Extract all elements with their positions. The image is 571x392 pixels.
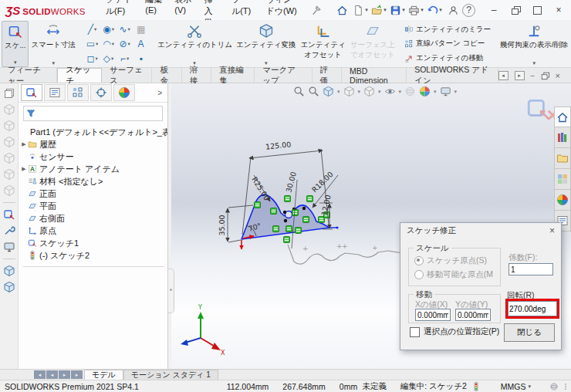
y-value-input[interactable] (455, 309, 491, 321)
close-button[interactable]: × (548, 2, 569, 19)
print-icon[interactable]: ▾ (407, 2, 425, 18)
text-tool[interactable]: A (133, 39, 149, 49)
tree-filter-box[interactable] (23, 106, 163, 121)
tab-evaluate[interactable]: 評価 (313, 68, 342, 83)
last-tab-button[interactable]: ▸ (71, 370, 83, 379)
orientation-cube-icon[interactable] (3, 120, 15, 132)
home-icon[interactable] (333, 2, 351, 18)
copy-body-icon[interactable] (3, 265, 15, 277)
doc-prev-button[interactable]: ◂ (498, 71, 508, 80)
next-tab-button[interactable]: ▸ (59, 370, 70, 379)
convert-entities-button[interactable]: エンティティ変換 ▾ (234, 21, 298, 67)
mesh-tool[interactable]: ▦ (133, 25, 149, 34)
smart-dimension-button[interactable]: スマート寸法 ▾ (29, 21, 78, 67)
panel-splitter-handle[interactable] (168, 269, 174, 313)
model-tab[interactable]: モデル (84, 370, 123, 380)
pin-menu-icon[interactable] (306, 2, 325, 18)
ellipse-tool[interactable]: ⊘▾ (117, 39, 133, 49)
x-value-input[interactable] (415, 309, 451, 321)
polygon-tool[interactable]: ◇▾ (100, 54, 117, 63)
motion-study-tab[interactable]: モーション スタディ 1 (123, 370, 218, 380)
tab-direct-editing[interactable]: 直接編集 (211, 68, 255, 83)
appearances-tab[interactable] (554, 190, 571, 211)
tab-sketch[interactable]: スケッチ (57, 68, 102, 83)
tab-markup[interactable]: マークアップ (255, 68, 312, 83)
radio-sketch-origin[interactable]: スケッチ原点(S) (414, 255, 487, 266)
linear-pattern-button[interactable]: 直線パターン コピー (404, 38, 491, 49)
position-selected-point-checkbox[interactable]: 選択点の位置指定(P) (410, 326, 499, 337)
feature-manager-tab[interactable] (21, 84, 42, 101)
restore-button[interactable] (505, 2, 526, 19)
new-document-icon[interactable]: ▾ (351, 2, 370, 18)
property-manager-tab[interactable] (44, 84, 66, 101)
line-tool[interactable]: ╱▾ (84, 25, 100, 34)
save-icon[interactable]: ▾ (388, 2, 407, 18)
select-tool-icon[interactable] (3, 208, 15, 221)
doc-next-button[interactable]: ▸ (515, 71, 525, 80)
configuration-manager-tab[interactable] (67, 84, 89, 101)
rotate-input[interactable] (508, 301, 557, 316)
orientation-cube-icon[interactable] (3, 184, 15, 197)
rectangle-tool[interactable]: ▭▾ (84, 39, 100, 49)
dialog-close-button[interactable]: 閉じる (504, 323, 555, 342)
mirror-entities-button[interactable]: エンティティのミラー (404, 24, 491, 35)
doc-close-button[interactable]: × (556, 71, 560, 80)
tree-item-sensors[interactable]: センサー (20, 150, 167, 163)
tab-features[interactable]: フィーチャー (0, 68, 57, 83)
minimize-button[interactable]: – (483, 2, 505, 19)
tab-sheet-metal[interactable]: 板金 (152, 68, 181, 83)
orientation-cube-icon[interactable] (3, 152, 15, 164)
tree-item-history[interactable]: ▶ 履歴 (20, 138, 167, 150)
sketch-button[interactable]: スケ... ▾ (2, 21, 29, 67)
fillet-tool[interactable]: ⌐▾ (117, 54, 133, 63)
display-delete-relations-button[interactable]: 幾何拘束の表示/削除 ▾ (498, 21, 570, 67)
status-tag-icon[interactable] (549, 382, 559, 391)
slot-tool[interactable]: ◻▾ (84, 54, 100, 63)
tree-item-annotations[interactable]: ▶ アノテート アイテム (20, 163, 167, 175)
tree-item-right-plane[interactable]: 右側面 (20, 212, 167, 225)
tab-mbd-dimension[interactable]: MBD Dimension (342, 68, 407, 83)
radio-movable-origin[interactable]: 移動可能な原点(M (414, 269, 493, 280)
tree-item-material[interactable]: 材料 <指定なし> (20, 175, 167, 188)
tree-item-sketch2[interactable]: (-) スケッチ2 (20, 249, 167, 262)
tree-item-top-plane[interactable]: 平面 (20, 200, 167, 212)
task-pane-home-tab[interactable] (554, 106, 571, 127)
trim-entities-button[interactable]: エンティティのトリム(T) ▾ (155, 21, 234, 67)
help-icon[interactable]: ? (462, 4, 475, 17)
display-manager-tab[interactable] (113, 84, 135, 101)
dimxpert-manager-tab[interactable] (90, 84, 112, 101)
orientation-cube-icon[interactable] (3, 136, 15, 148)
tree-item-front-plane[interactable]: 正面 (20, 188, 167, 200)
overlap-windows-icon[interactable] (3, 87, 15, 100)
tab-weldments[interactable]: 溶接 (182, 68, 211, 83)
display-tool-icon[interactable] (3, 241, 15, 253)
arc-tool[interactable]: ◠▾ (100, 39, 117, 49)
move-entities-button[interactable]: エンティティの移動 (404, 52, 491, 64)
user-account-icon[interactable] (444, 2, 462, 18)
circle-tool[interactable]: ◉▾ (100, 25, 117, 34)
copy-body-icon[interactable] (3, 281, 15, 293)
tree-root-part[interactable]: Part1 (デフォルト<<デフォルト>_表示状態 (20, 126, 167, 138)
dialog-title-bar[interactable]: スケッチ修正 × (400, 223, 561, 238)
tree-item-sketch1[interactable]: スケッチ1 (20, 237, 167, 249)
view-palette-tab[interactable] (554, 169, 571, 190)
open-icon[interactable]: ▾ (370, 2, 388, 18)
orientation-cube-icon[interactable] (3, 103, 15, 116)
prev-tab-button[interactable]: ◂ (46, 370, 58, 379)
offset-on-surface-button[interactable]: サーフェス上 でオフセット (348, 21, 397, 67)
unit-system-selector[interactable]: MMGS ▾ (501, 382, 531, 391)
doc-restore-button[interactable] (541, 72, 548, 79)
tab-surfaces[interactable]: サーフェス (102, 68, 152, 83)
tree-item-origin[interactable]: 原点 (20, 225, 167, 237)
first-tab-button[interactable]: ◂ (34, 370, 46, 379)
maximize-button[interactable] (526, 2, 548, 19)
offset-entities-button[interactable]: エンティティ オフセット (298, 21, 347, 67)
panel-expand-chevron[interactable]: > (154, 89, 165, 97)
tab-solidworks-addins[interactable]: SOLIDWORKS アドイン (407, 68, 498, 83)
sketch-repair-tool-icon[interactable] (3, 225, 15, 237)
factor-input[interactable] (508, 263, 553, 275)
point-tool[interactable]: ▪ (133, 54, 149, 63)
design-library-tab[interactable] (554, 127, 571, 148)
modify-sketch-dialog[interactable]: スケッチ修正 × スケール スケッチ原点(S) 移動可能な原点(M 係数(F):… (400, 222, 562, 350)
file-explorer-tab[interactable] (554, 148, 571, 169)
